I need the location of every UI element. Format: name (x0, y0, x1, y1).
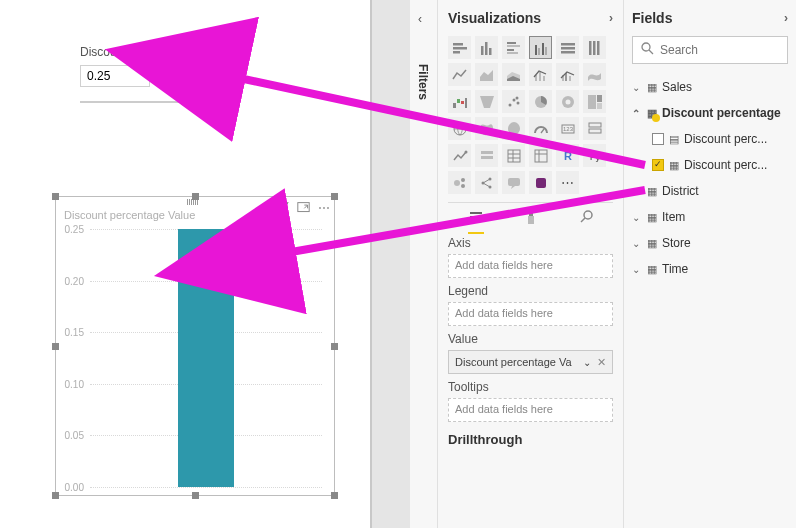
table-time[interactable]: ⌄ ▦ Time (632, 256, 788, 282)
svg-rect-9 (507, 49, 514, 51)
line-chart-icon[interactable] (448, 63, 471, 86)
resize-handle[interactable] (331, 193, 338, 200)
remove-field-icon[interactable]: ✕ (597, 356, 606, 369)
stacked-column-icon[interactable] (475, 36, 498, 59)
svg-line-70 (483, 183, 490, 187)
decomposition-tree-icon[interactable] (475, 171, 498, 194)
svg-rect-8 (507, 45, 520, 47)
legend-well[interactable]: Add data fields here (448, 302, 613, 326)
clustered-bar-icon[interactable] (502, 36, 525, 59)
resize-handle[interactable] (192, 193, 199, 200)
bar-chart-visual[interactable]: ⋯ Discount percentage Value 0.25 0.20 0.… (55, 196, 335, 496)
svg-rect-4 (481, 46, 484, 55)
y-tick: 0.15 (65, 327, 84, 338)
slicer-icon[interactable] (475, 144, 498, 167)
fields-search[interactable] (632, 36, 788, 64)
filled-map-icon[interactable] (475, 117, 498, 140)
resize-handle[interactable] (52, 193, 59, 200)
donut-icon[interactable] (556, 90, 579, 113)
format-tab-icon[interactable] (523, 209, 539, 228)
slider-track (80, 101, 210, 103)
more-options-icon[interactable]: ⋯ (318, 201, 330, 217)
card-icon[interactable]: 123 (556, 117, 579, 140)
field-checkbox[interactable] (652, 133, 664, 145)
collapse-fields-icon[interactable]: › (784, 11, 788, 25)
map-icon[interactable] (448, 117, 471, 140)
focus-mode-icon[interactable] (297, 201, 310, 217)
line-column-icon[interactable] (529, 63, 552, 86)
canvas-shadow (372, 0, 410, 528)
resize-handle[interactable] (52, 343, 59, 350)
table-item[interactable]: ⌄ ▦ Item (632, 204, 788, 230)
clustered-column-icon[interactable] (529, 36, 552, 59)
shape-map-icon[interactable] (502, 117, 525, 140)
multirow-card-icon[interactable] (583, 117, 606, 140)
svg-point-51 (464, 150, 467, 153)
svg-point-64 (461, 178, 465, 182)
table-store[interactable]: ⌄ ▦ Store (632, 230, 788, 256)
python-visual-icon[interactable]: Py (583, 144, 606, 167)
chevron-down-icon: ⌄ (632, 238, 642, 249)
key-influencers-icon[interactable] (448, 171, 471, 194)
funnel-icon[interactable] (475, 90, 498, 113)
tooltips-well[interactable]: Add data fields here (448, 398, 613, 422)
resize-handle[interactable] (52, 492, 59, 499)
calculator-icon: ▦ (669, 159, 679, 172)
field-discount-perc-1[interactable]: ▤ Discount perc... (632, 126, 788, 152)
table-icon[interactable] (502, 144, 525, 167)
r-visual-icon[interactable]: R (556, 144, 579, 167)
fields-tab-icon[interactable] (468, 209, 484, 228)
field-checkbox[interactable] (652, 159, 664, 171)
svg-line-69 (483, 179, 490, 183)
qa-visual-icon[interactable] (502, 171, 525, 194)
resize-handle[interactable] (331, 343, 338, 350)
stacked-bar-icon[interactable] (448, 36, 471, 59)
slicer-visual[interactable]: Discount percentage (80, 45, 260, 109)
resize-handle[interactable] (192, 492, 199, 499)
analytics-tab-icon[interactable] (578, 209, 594, 228)
slicer-slider[interactable] (80, 95, 210, 109)
filters-pane-collapsed[interactable]: ‹ Filters (410, 0, 438, 528)
axis-well[interactable]: Add data fields here (448, 254, 613, 278)
svg-point-81 (642, 43, 650, 51)
value-well-label: Value (448, 332, 613, 346)
slider-thumb[interactable] (200, 95, 207, 109)
stacked-area-icon[interactable] (502, 63, 525, 86)
collapse-viz-icon[interactable]: › (609, 11, 613, 25)
table-sales[interactable]: ⌄ ▦ Sales (632, 74, 788, 100)
powerapps-icon[interactable] (529, 171, 552, 194)
waterfall-icon[interactable] (448, 90, 471, 113)
area-chart-icon[interactable] (475, 63, 498, 86)
slicer-value-input[interactable] (80, 65, 150, 87)
filter-icon[interactable] (276, 201, 289, 217)
stacked-bar-100-icon[interactable] (556, 36, 579, 59)
get-more-visuals-icon[interactable]: ⋯ (556, 171, 579, 194)
search-input[interactable] (660, 43, 779, 57)
pie-icon[interactable] (529, 90, 552, 113)
svg-rect-6 (489, 48, 492, 55)
ribbon-chart-icon[interactable] (583, 63, 606, 86)
svg-marker-21 (480, 70, 493, 81)
matrix-icon[interactable] (529, 144, 552, 167)
scatter-icon[interactable] (502, 90, 525, 113)
expand-filters-icon[interactable]: ‹ (418, 12, 422, 26)
svg-rect-25 (539, 72, 541, 81)
svg-rect-26 (543, 76, 545, 81)
table-district[interactable]: ⌄ ▦ District (632, 178, 788, 204)
table-discount-percentage[interactable]: ⌃ ▦ Discount percentage (632, 100, 788, 126)
value-well[interactable]: Discount percentage Va ⌄ ✕ (448, 350, 613, 374)
resize-handle[interactable] (331, 492, 338, 499)
stacked-column-100-icon[interactable] (583, 36, 606, 59)
gauge-icon[interactable] (529, 117, 552, 140)
svg-marker-34 (480, 96, 494, 108)
field-discount-perc-2[interactable]: ▦ Discount perc... (632, 152, 788, 178)
svg-text:R: R (564, 150, 572, 162)
viz-pane-title: Visualizations (448, 10, 541, 26)
kpi-icon[interactable] (448, 144, 471, 167)
bar[interactable] (178, 229, 234, 487)
treemap-icon[interactable] (583, 90, 606, 113)
table-icon: ▦ (647, 185, 657, 198)
svg-rect-30 (453, 103, 456, 108)
chevron-down-icon[interactable]: ⌄ (583, 357, 591, 368)
line-clustered-column-icon[interactable] (556, 63, 579, 86)
